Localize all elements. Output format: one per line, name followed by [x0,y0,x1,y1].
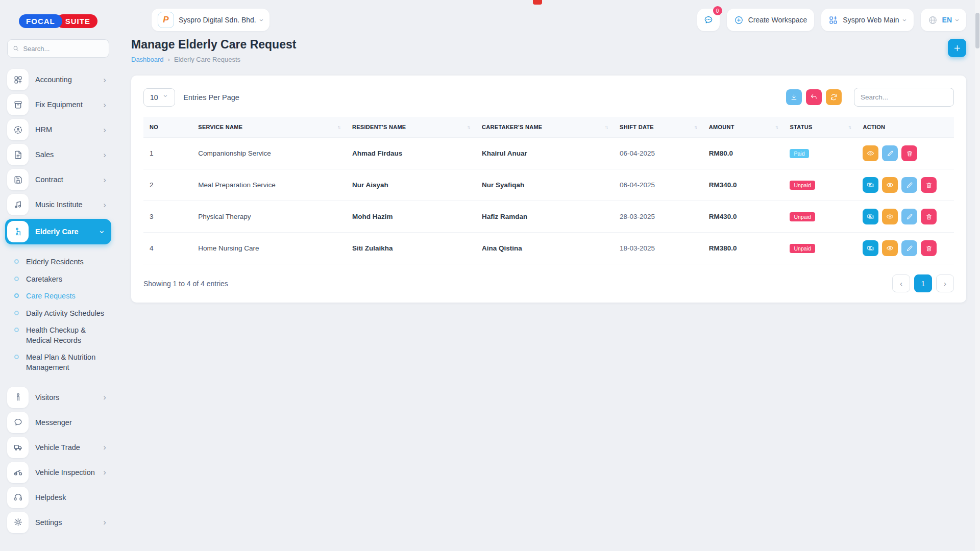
document-icon [7,144,29,165]
sidebar-item-hrm[interactable]: HRM › [7,119,109,140]
refresh-button[interactable] [826,89,842,105]
chevron-right-icon: › [103,101,109,109]
column-header-action: ACTION [856,117,954,138]
pay-button[interactable] [863,209,878,224]
sidebar-item-messenger[interactable]: Messenger [7,412,109,433]
sidebar-search-input[interactable] [23,45,104,53]
person-dashed-circle-icon [7,119,29,140]
headphones-icon [7,487,29,508]
sort-icon: ↑↓ [694,124,697,130]
pay-button[interactable] [863,177,878,193]
banknote-icon [867,181,874,189]
cell-no: 2 [143,169,192,201]
sidebar-item-elderly-care[interactable]: Elderly Care › [5,219,111,244]
sidebar-item-accounting[interactable]: Accounting › [7,69,109,90]
chevron-right-icon: › [103,76,109,84]
column-header-status[interactable]: STATUS↑↓ [783,117,856,138]
breadcrumb-separator: › [168,56,170,63]
company-logo: P [158,12,174,28]
sidebar-item-label: Vehicle Trade [35,443,96,452]
delete-button[interactable] [921,209,937,224]
download-icon [790,93,798,101]
submenu-item-caretakers[interactable]: Caretakers [14,274,109,285]
edit-button[interactable] [882,145,898,161]
next-page-button[interactable]: › [936,274,954,292]
submenu-item-care-requests[interactable]: Care Requests [14,291,109,302]
topbar: P Syspro Digital Sdn. Bhd. › 0 Create Wo… [131,5,966,35]
title-row: Manage Elderly Care Request Dashboard › … [131,38,966,63]
column-header-shift-date[interactable]: SHIFT DATE↑↓ [614,117,703,138]
add-request-button[interactable] [948,39,966,57]
card-footer: Showing 1 to 4 of 4 entries ‹ 1 › [143,274,954,292]
view-button[interactable] [882,209,898,224]
table-search-input[interactable] [854,88,954,107]
submenu-item-daily-activity-schedules[interactable]: Daily Activity Schedules [14,309,109,319]
cell-caretaker-name: Hafiz Ramdan [476,201,614,233]
sidebar-item-contract[interactable]: Contract › [7,169,109,190]
elderly-person-icon [7,221,29,242]
view-button[interactable] [882,240,898,256]
breadcrumb-dashboard-link[interactable]: Dashboard [131,56,164,63]
ring-icon [14,311,19,315]
chevron-right-icon: › [103,518,109,527]
create-workspace-label: Create Workspace [748,16,807,24]
language-selector[interactable]: EN › [921,9,966,31]
delete-button[interactable] [921,177,937,193]
undo-button[interactable] [806,89,822,105]
row-actions [863,177,948,193]
column-header-service-name[interactable]: SERVICE NAME↑↓ [192,117,346,138]
sidebar-item-label: HRM [35,126,96,134]
export-button[interactable] [786,89,802,105]
column-header-amount[interactable]: AMOUNT↑↓ [703,117,784,138]
edit-button[interactable] [901,209,917,224]
motorcycle-icon [7,462,29,483]
create-workspace-button[interactable]: Create Workspace [727,9,815,31]
pay-button[interactable] [863,240,878,256]
sidebar-item-helpdesk[interactable]: Helpdesk [7,487,109,508]
logo-focal: FOCAL [19,14,62,28]
care-requests-card: 10 › Entries Per Page NO SERVICE NAME↑↓ [131,76,966,303]
eye-icon [867,149,874,157]
sidebar-item-music-institute[interactable]: Music Institute › [7,194,109,215]
sidebar-item-fix-equipment[interactable]: Fix Equipment › [7,94,109,115]
submenu-item-health-checkup[interactable]: Health Checkup & Medical Records [14,325,109,345]
submenu-item-elderly-residents[interactable]: Elderly Residents [14,257,109,267]
chevron-right-icon: › [103,201,109,209]
submenu-label: Care Requests [26,291,76,302]
column-header-caretaker-name[interactable]: CARETAKER'S NAME↑↓ [476,117,614,138]
page-number-button[interactable]: 1 [914,274,932,292]
sidebar-item-label: Fix Equipment [35,101,96,109]
sidebar-item-settings[interactable]: Settings › [7,512,109,533]
cell-no: 3 [143,201,192,233]
cell-caretaker-name: Nur Syafiqah [476,169,614,201]
page-scrollbar[interactable] [975,0,980,551]
sidebar-item-vehicle-inspection[interactable]: Vehicle Inspection › [7,462,109,483]
sidebar-search[interactable] [7,39,109,58]
scrollbar-thumb[interactable] [975,13,979,48]
view-button[interactable] [882,177,898,193]
status-badge: Unpaid [790,212,815,221]
undo-arrow-icon [810,93,818,101]
row-actions [863,240,948,256]
grid-icon [7,69,29,90]
messages-button[interactable]: 0 [697,9,720,31]
sidebar-item-sales[interactable]: Sales › [7,144,109,165]
submenu-item-meal-plan[interactable]: Meal Plan & Nutrition Management [14,353,109,372]
view-button[interactable] [863,145,878,161]
workspace-selector[interactable]: P Syspro Digital Sdn. Bhd. › [152,9,270,31]
banknote-icon [867,213,874,220]
sidebar-item-visitors[interactable]: Visitors › [7,387,109,408]
globe-icon [928,15,938,25]
cell-shift-date: 18-03-2025 [614,233,703,264]
edit-button[interactable] [901,177,917,193]
sidebar-item-label: Helpdesk [35,493,109,502]
edit-button[interactable] [901,240,917,256]
column-header-resident-name[interactable]: RESIDENT'S NAME↑↓ [346,117,476,138]
delete-button[interactable] [901,145,917,161]
sidebar-item-vehicle-trade[interactable]: Vehicle Trade › [7,437,109,458]
entries-per-page-select[interactable]: 10 › [143,88,175,107]
sort-icon: ↑↓ [467,124,470,130]
delete-button[interactable] [921,240,937,256]
web-main-selector[interactable]: Syspro Web Main › [821,9,913,31]
prev-page-button[interactable]: ‹ [892,274,910,292]
